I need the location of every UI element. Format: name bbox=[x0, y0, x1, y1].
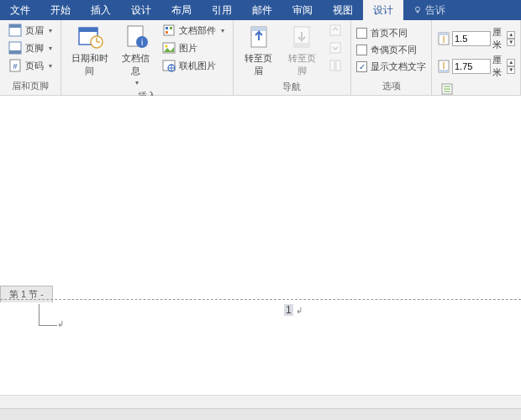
spin-down[interactable]: ▼ bbox=[507, 66, 515, 74]
group-label-options: 选项 bbox=[356, 78, 426, 95]
header-button[interactable]: 页眉▾ bbox=[5, 22, 55, 39]
svg-text:#: # bbox=[13, 62, 17, 71]
svg-rect-30 bbox=[330, 25, 340, 35]
dropdown-icon: ▾ bbox=[49, 45, 52, 52]
spin-down[interactable]: ▼ bbox=[507, 39, 515, 46]
tab-mailings[interactable]: 邮件 bbox=[242, 0, 282, 20]
header-spinner: ▲ ▼ bbox=[507, 31, 515, 46]
group-header-footer: 页眉▾ 页脚▾ # 页码▾ 眉和页脚 bbox=[0, 20, 61, 95]
unit-label: 厘米 bbox=[492, 26, 505, 51]
date-time-icon bbox=[76, 24, 103, 50]
svg-rect-19 bbox=[166, 31, 168, 34]
doc-parts-icon bbox=[162, 24, 176, 37]
dropdown-icon: ▾ bbox=[221, 27, 224, 34]
show-doc-text-checkbox[interactable]: ✓ 显示文档文字 bbox=[356, 59, 426, 75]
lightbulb-icon bbox=[413, 6, 422, 14]
paragraph-mark-icon: ↲ bbox=[57, 319, 64, 328]
document-area[interactable]: 第 1 节 - ↲ 1 ↲ bbox=[0, 96, 521, 386]
ribbon-tabs: 文件 开始 插入 设计 布局 引用 邮件 审阅 视图 设计 告诉 bbox=[0, 0, 521, 20]
group-insert: 日期和时间 i 文档信息 ▾ 文档部件▾ 图片 联机图片 bbox=[61, 20, 234, 95]
next-icon bbox=[329, 41, 342, 55]
tell-me-label: 告诉 bbox=[425, 3, 445, 18]
align-tabs-button[interactable] bbox=[437, 81, 515, 97]
goto-footer-icon bbox=[288, 24, 315, 50]
nav-prev-button[interactable] bbox=[325, 22, 345, 39]
svg-rect-29 bbox=[294, 43, 309, 47]
svg-rect-9 bbox=[79, 28, 97, 32]
status-bar bbox=[0, 408, 521, 420]
header-distance-input[interactable] bbox=[452, 31, 491, 46]
link-icon bbox=[329, 59, 342, 72]
spin-up[interactable]: ▲ bbox=[507, 59, 515, 66]
tab-review[interactable]: 审阅 bbox=[282, 0, 323, 20]
svg-text:i: i bbox=[141, 38, 143, 47]
diff-odd-even-checkbox[interactable]: 奇偶页不同 bbox=[356, 42, 426, 58]
footer-position-row: 厘米 ▲ ▼ bbox=[437, 53, 515, 80]
nav-link-button[interactable] bbox=[325, 57, 345, 74]
page-number-icon: # bbox=[8, 59, 22, 72]
checkbox-icon bbox=[356, 45, 367, 55]
spin-up[interactable]: ▲ bbox=[507, 31, 515, 39]
footer-distance-input[interactable] bbox=[452, 59, 491, 74]
tab-file[interactable]: 文件 bbox=[0, 0, 40, 20]
svg-rect-16 bbox=[164, 25, 174, 35]
tell-me[interactable]: 告诉 bbox=[403, 0, 455, 20]
section-label: 第 1 节 - bbox=[0, 286, 53, 302]
paragraph-mark-icon: ↲ bbox=[296, 306, 303, 315]
header-position-row: 厘米 ▲ ▼ bbox=[437, 25, 515, 52]
dropdown-icon: ▾ bbox=[135, 79, 139, 87]
svg-rect-5 bbox=[9, 50, 21, 54]
footer-button[interactable]: 页脚▾ bbox=[5, 39, 55, 56]
footer-spinner: ▲ ▼ bbox=[507, 59, 515, 74]
unit-label: 厘米 bbox=[492, 54, 505, 79]
tab-design-context[interactable]: 设计 bbox=[363, 0, 403, 20]
ribbon: 页眉▾ 页脚▾ # 页码▾ 眉和页脚 日期和时间 i 文档信息 bbox=[0, 20, 521, 96]
online-picture-icon bbox=[162, 59, 176, 72]
group-position: 厘米 ▲ ▼ 厘米 ▲ ▼ bbox=[432, 20, 521, 95]
checkbox-checked-icon: ✓ bbox=[356, 61, 367, 72]
nav-next-button[interactable] bbox=[325, 39, 345, 56]
picture-icon bbox=[162, 41, 176, 55]
tab-home[interactable]: 开始 bbox=[40, 0, 81, 20]
page-number-field[interactable]: 1 bbox=[284, 304, 293, 316]
group-navigation: 转至页眉 转至页脚 导航 bbox=[234, 20, 351, 95]
header-icon bbox=[8, 24, 22, 37]
svg-rect-32 bbox=[330, 60, 334, 71]
svg-point-21 bbox=[165, 45, 167, 48]
footer-bracket-icon bbox=[39, 304, 57, 326]
goto-header-button[interactable]: 转至页眉 bbox=[239, 22, 279, 79]
online-picture-button[interactable]: 联机图片 bbox=[159, 57, 228, 74]
tab-view[interactable]: 视图 bbox=[323, 0, 363, 20]
dropdown-icon: ▾ bbox=[49, 62, 52, 70]
footer-icon bbox=[8, 41, 22, 55]
goto-header-icon bbox=[245, 24, 272, 50]
svg-rect-27 bbox=[251, 27, 266, 31]
goto-footer-button[interactable]: 转至页脚 bbox=[282, 22, 322, 79]
diff-first-page-checkbox[interactable]: 首页不同 bbox=[356, 25, 426, 41]
doc-info-button[interactable]: i 文档信息 ▾ bbox=[117, 22, 155, 88]
tab-references[interactable]: 引用 bbox=[202, 0, 242, 20]
svg-rect-38 bbox=[439, 70, 449, 72]
doc-parts-button[interactable]: 文档部件▾ bbox=[159, 22, 228, 39]
footer-distance-icon bbox=[437, 60, 450, 73]
header-distance-icon bbox=[437, 32, 450, 45]
page-number-button[interactable]: # 页码▾ bbox=[5, 57, 55, 74]
group-options: 首页不同 奇偶页不同 ✓ 显示文档文字 选项 bbox=[351, 20, 432, 95]
tab-design[interactable]: 设计 bbox=[121, 0, 161, 20]
tab-layout[interactable]: 布局 bbox=[161, 0, 202, 20]
svg-rect-33 bbox=[336, 60, 340, 71]
svg-point-0 bbox=[416, 7, 420, 11]
doc-info-icon: i bbox=[123, 24, 150, 50]
dropdown-icon: ▾ bbox=[49, 27, 52, 34]
checkbox-icon bbox=[356, 28, 367, 39]
svg-rect-17 bbox=[166, 27, 168, 29]
horizontal-scrollbar[interactable] bbox=[0, 395, 521, 408]
svg-rect-31 bbox=[330, 43, 340, 53]
date-time-button[interactable]: 日期和时间 bbox=[66, 22, 113, 79]
tab-insert[interactable]: 插入 bbox=[81, 0, 121, 20]
svg-rect-35 bbox=[439, 33, 449, 35]
svg-rect-1 bbox=[417, 11, 419, 13]
svg-rect-18 bbox=[170, 27, 172, 29]
picture-button[interactable]: 图片 bbox=[159, 39, 228, 56]
header-footer-divider bbox=[0, 299, 521, 300]
